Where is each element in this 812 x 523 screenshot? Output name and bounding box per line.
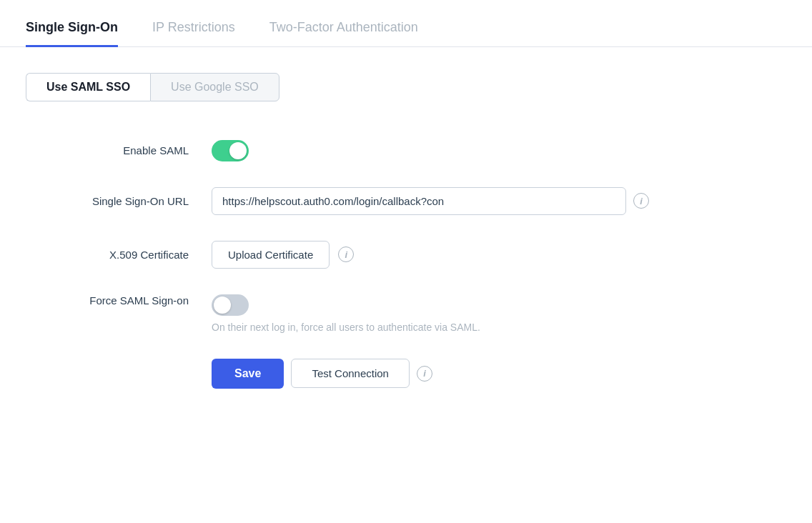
test-connection-button[interactable]: Test Connection: [291, 359, 410, 388]
force-saml-label: Force SAML Sign-on: [26, 294, 212, 307]
upload-cert-wrapper: Upload Certificate i: [212, 241, 354, 269]
enable-saml-row: Enable SAML: [26, 127, 786, 174]
force-saml-description: On their next log in, force all users to…: [212, 322, 480, 333]
sso-url-info-icon[interactable]: i: [633, 193, 649, 209]
tab-bar: Single Sign-On IP Restrictions Two-Facto…: [0, 0, 812, 47]
force-saml-toggle-thumb: [214, 297, 231, 314]
enable-saml-toggle[interactable]: [212, 140, 249, 161]
upload-cert-button[interactable]: Upload Certificate: [212, 241, 330, 269]
sso-type-toggle: Use SAML SSO Use Google SSO: [26, 73, 786, 101]
sso-url-input[interactable]: [212, 187, 626, 215]
tab-ip-restrictions[interactable]: IP Restrictions: [152, 20, 235, 47]
sso-url-label: Single Sign-On URL: [26, 195, 212, 207]
save-button[interactable]: Save: [212, 359, 284, 389]
use-google-sso-button[interactable]: Use Google SSO: [150, 73, 279, 101]
force-saml-row: Force SAML Sign-on On their next log in,…: [26, 282, 786, 346]
enable-saml-label: Enable SAML: [26, 144, 212, 156]
use-saml-sso-button[interactable]: Use SAML SSO: [26, 73, 150, 101]
force-saml-toggle[interactable]: [212, 294, 249, 316]
action-buttons: Save Test Connection i: [212, 359, 432, 389]
cert-info-icon[interactable]: i: [338, 246, 354, 262]
test-conn-info-icon[interactable]: i: [417, 366, 432, 382]
saml-form: Enable SAML Single Sign-On URL i X.509 C…: [26, 127, 786, 402]
action-row: Save Test Connection i: [26, 346, 786, 402]
enable-saml-toggle-thumb: [229, 142, 247, 159]
sso-url-wrapper: i: [212, 187, 649, 215]
tab-sso[interactable]: Single Sign-On: [26, 20, 118, 47]
cert-row: X.509 Certificate Upload Certificate i: [26, 228, 786, 282]
cert-label: X.509 Certificate: [26, 249, 212, 261]
enable-saml-toggle-wrapper: [212, 140, 249, 161]
sso-url-row: Single Sign-On URL i: [26, 174, 786, 228]
force-saml-wrapper: On their next log in, force all users to…: [212, 294, 480, 333]
tab-two-factor[interactable]: Two-Factor Authentication: [269, 20, 418, 47]
content-area: Use SAML SSO Use Google SSO Enable SAML …: [0, 47, 812, 427]
